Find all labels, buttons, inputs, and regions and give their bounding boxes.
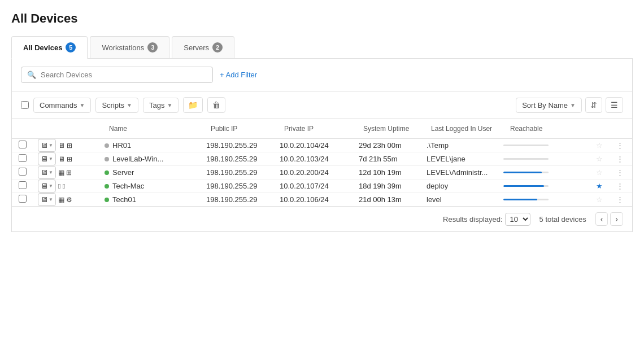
dropdown-arrow-icon: ▼ [49,170,53,175]
row-checkbox[interactable] [19,181,27,189]
search-input[interactable] [41,71,207,79]
monitor-icon: 🖥 [41,195,48,204]
tab-workstations-label: Workstations [102,43,144,52]
commands-button[interactable]: Commands ▼ [33,98,91,113]
row-public-ip-cell: 198.190.255.29 [204,152,277,166]
sort-label: Sort By Name [522,101,568,110]
row-public-ip-cell: 198.190.255.29 [204,139,277,152]
star-icon[interactable]: ☆ [596,155,603,163]
row-checkbox[interactable] [19,195,27,203]
scripts-label: Scripts [102,101,124,110]
tab-servers[interactable]: Servers 2 [172,36,234,58]
row-more-cell[interactable]: ⋮ [616,180,632,193]
row-uptime-cell: 7d 21h 55m [356,152,424,166]
row-reachable-cell [503,166,596,180]
table-row: 🖥 ▼ 🖥 ⊞ HR01 198.190.255.29 10.0.20.104/… [12,139,632,152]
row-uptime-cell: 12d 10h 19m [356,166,424,180]
sort-direction-button[interactable]: ⇵ [585,97,602,113]
folder-button[interactable]: 📁 [183,97,203,113]
monitor-icon: 🖥 [41,168,48,177]
row-star-cell[interactable]: ☆ [596,152,616,166]
row-actions-cell: 🖥 ▼ 🖥 ⊞ [34,152,102,166]
dropdown-arrow-icon: ▼ [49,156,53,161]
row-more-cell[interactable]: ⋮ [616,152,632,166]
device-sub-icon: 🖥  [58,182,65,190]
next-page-button[interactable]: › [610,212,623,226]
sort-button[interactable]: Sort By Name ▼ [516,98,582,113]
row-checkbox[interactable] [19,154,27,162]
tabs-container: All Devices 5 Workstations 3 Servers 2 [11,36,633,59]
results-count-select[interactable]: 10 25 50 [505,213,530,226]
device-sub-icon: ▦ ⚙ [58,195,72,204]
select-all-checkbox[interactable] [21,101,29,109]
tab-all-devices-badge: 5 [66,42,76,52]
device-type-button[interactable]: 🖥 ▼ [38,152,56,165]
prev-page-button[interactable]: ‹ [595,212,608,226]
row-public-ip-cell: 198.190.255.29 [204,193,277,207]
device-name: HR01 [112,141,131,150]
status-dot [105,170,109,175]
tab-workstations-badge: 3 [147,42,158,52]
row-user-cell: .\Temp [424,139,503,152]
header-private-ip-col: Private IP [277,119,356,139]
row-public-ip-cell: 198.190.255.29 [204,180,277,193]
reachable-bar [503,145,549,146]
status-dot [105,143,109,148]
public-ip: 198.190.255.29 [204,141,259,150]
table-footer: Results displayed: 10 25 50 5 total devi… [11,207,633,232]
device-type-button[interactable]: 🖥 ▼ [38,166,56,179]
row-more-cell[interactable]: ⋮ [616,139,632,152]
row-more-cell[interactable]: ⋮ [616,193,632,207]
reachable-bar [503,158,549,160]
more-icon[interactable]: ⋮ [616,182,624,190]
reachable-bar [503,185,549,187]
row-uptime-cell: 21d 00h 13m [356,193,424,207]
search-wrap: 🔍 [21,67,213,83]
tags-button[interactable]: Tags ▼ [143,98,179,113]
star-icon[interactable]: ☆ [596,168,603,177]
toolbar-right: Sort By Name ▼ ⇵ ☰ [516,97,623,113]
star-icon[interactable]: ☆ [596,141,603,150]
table-row: 🖥 ▼ ▦ ⚙ Tech01 198.190.255.29 10.0.20.10… [12,193,632,207]
header-checkbox-col [12,119,34,139]
add-filter-button[interactable]: + Add Filter [220,71,257,79]
row-name-cell: Server [102,166,204,180]
row-star-cell[interactable]: ☆ [596,139,616,152]
view-toggle-button[interactable]: ☰ [606,97,623,113]
public-ip: 198.190.255.29 [204,168,259,177]
tab-all-devices[interactable]: All Devices 5 [11,36,88,59]
scripts-button[interactable]: Scripts ▼ [95,98,138,113]
row-more-cell[interactable]: ⋮ [616,166,632,180]
device-type-button[interactable]: 🖥 ▼ [38,180,56,192]
device-type-button[interactable]: 🖥 ▼ [38,139,56,152]
tab-workstations[interactable]: Workstations 3 [90,36,169,58]
row-checkbox[interactable] [19,168,27,176]
more-icon[interactable]: ⋮ [616,168,624,177]
star-icon[interactable]: ★ [596,182,603,190]
search-icon: 🔍 [27,71,36,79]
row-star-cell[interactable]: ★ [596,180,616,193]
row-star-cell[interactable]: ☆ [596,193,616,207]
tags-caret-icon: ▼ [167,102,172,108]
tags-label: Tags [149,101,164,110]
last-logged-user: LEVEL\jane [424,155,468,163]
star-icon[interactable]: ☆ [596,195,603,204]
row-user-cell: LEVEL\Administr... [424,166,503,180]
more-icon[interactable]: ⋮ [616,141,624,150]
private-ip: 10.0.20.103/24 [277,155,331,163]
page-title: All Devices [11,11,633,26]
public-ip: 198.190.255.29 [204,155,259,163]
more-icon[interactable]: ⋮ [616,155,624,163]
row-actions-cell: 🖥 ▼ ▦ ⊞ [34,166,102,180]
row-star-cell[interactable]: ☆ [596,166,616,180]
row-checkbox-cell [12,166,34,180]
more-icon[interactable]: ⋮ [616,195,624,204]
results-label: Results displayed: [443,215,503,224]
dropdown-arrow-icon: ▼ [49,143,53,148]
row-checkbox[interactable] [19,141,27,148]
device-type-button[interactable]: 🖥 ▼ [38,193,56,206]
sort-caret-icon: ▼ [570,102,576,108]
delete-button[interactable]: 🗑 [207,97,225,113]
table-header-row: Name Public IP Private IP System Uptime … [12,119,632,139]
row-name-cell: Tech-Mac [102,180,204,193]
